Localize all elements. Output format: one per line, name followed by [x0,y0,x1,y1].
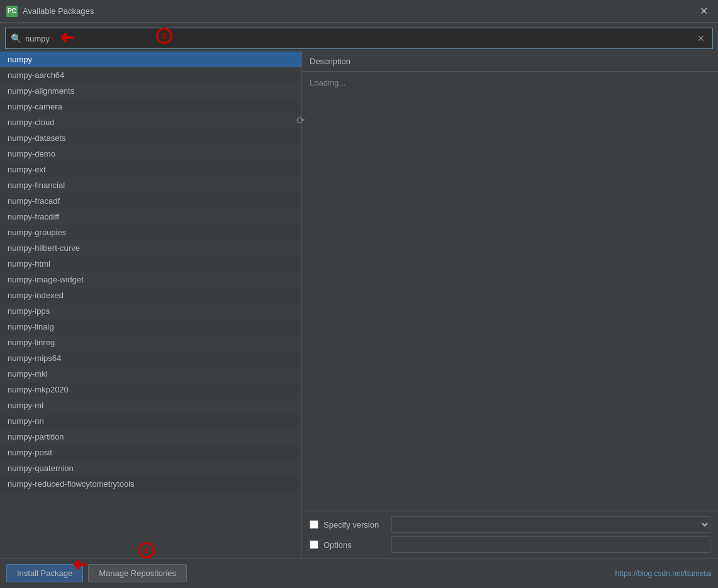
package-item[interactable]: numpy-alignments [0,83,301,99]
package-item[interactable]: numpy-demo [0,146,301,162]
bottom-bar: Install Package Manage Repositories http… [0,558,718,588]
package-item[interactable]: numpy [0,52,301,67]
package-item[interactable]: numpy-linalg [0,319,301,335]
package-item[interactable]: numpy-ipps [0,303,301,319]
bottom-options: Specify version Options [302,511,718,558]
search-icon: 🔍 [11,33,21,43]
specify-version-checkbox[interactable] [310,520,318,529]
options-checkbox[interactable] [310,540,318,549]
package-item[interactable]: numpy-camera [0,99,301,114]
package-item[interactable]: numpy-mips64 [0,350,301,366]
left-panel: numpynumpy-aarch64numpy-alignmentsnumpy-… [0,52,302,558]
install-package-button[interactable]: Install Package [6,564,83,582]
search-clear-button[interactable]: ✕ [695,33,707,43]
close-button[interactable]: ✕ [696,5,712,18]
status-url: https://blog.csdn.net/ttumetai [615,569,712,578]
search-bar: 🔍 ✕ [5,28,713,49]
package-list: numpynumpy-aarch64numpy-alignmentsnumpy-… [0,52,301,558]
package-item[interactable]: numpy-ext [0,162,301,177]
bottom-buttons: Install Package Manage Repositories [6,564,187,582]
package-item[interactable]: numpy-cloud [0,114,301,130]
search-input[interactable] [25,34,695,43]
version-select[interactable] [391,516,710,533]
split-pane: numpynumpy-aarch64numpy-alignmentsnumpy-… [0,52,718,558]
package-item[interactable]: numpy-mkl [0,366,301,382]
package-item[interactable]: numpy-financial [0,177,301,193]
right-panel: Description Loading... Specify version O… [302,52,718,558]
window-title: Available Packages [23,6,94,16]
package-item[interactable]: numpy-image-widget [0,272,301,287]
main-content: 🔍 ✕ numpynumpy-aarch64numpy-alignmentsnu… [0,23,718,588]
options-row: Options [310,536,710,553]
package-item[interactable]: numpy-quaternion [0,460,301,476]
package-item[interactable]: numpy-fracdiff [0,209,301,225]
package-item[interactable]: numpy-mkp2020 [0,382,301,397]
app-icon: PC [6,6,18,17]
package-item[interactable]: numpy-posit [0,445,301,460]
options-input[interactable] [391,536,710,553]
package-item[interactable]: numpy-ml [0,397,301,413]
description-header: Description [302,52,718,72]
package-item[interactable]: numpy-reduced-flowcytometrytools [0,476,301,492]
package-item[interactable]: numpy-indexed [0,287,301,303]
package-item[interactable]: numpy-linreg [0,335,301,350]
description-content: Loading... [302,72,718,511]
package-item[interactable]: numpy-fracadf [0,193,301,209]
package-item[interactable]: numpy-html [0,256,301,272]
package-item[interactable]: numpy-partition [0,429,301,445]
specify-version-label: Specify version [323,520,386,530]
refresh-button[interactable]: ⟳ [296,114,305,126]
package-item[interactable]: numpy-datasets [0,130,301,146]
options-label: Options [323,540,386,550]
package-item[interactable]: numpy-hilbert-curve [0,240,301,256]
package-item[interactable]: numpy-nn [0,413,301,429]
package-item[interactable]: numpy-aarch64 [0,67,301,83]
package-item[interactable]: numpy-groupies [0,225,301,240]
title-bar: PC Available Packages ✕ [0,0,718,23]
specify-version-row: Specify version [310,516,710,533]
title-bar-left: PC Available Packages [6,6,94,17]
manage-repositories-button[interactable]: Manage Repositories [88,564,187,582]
